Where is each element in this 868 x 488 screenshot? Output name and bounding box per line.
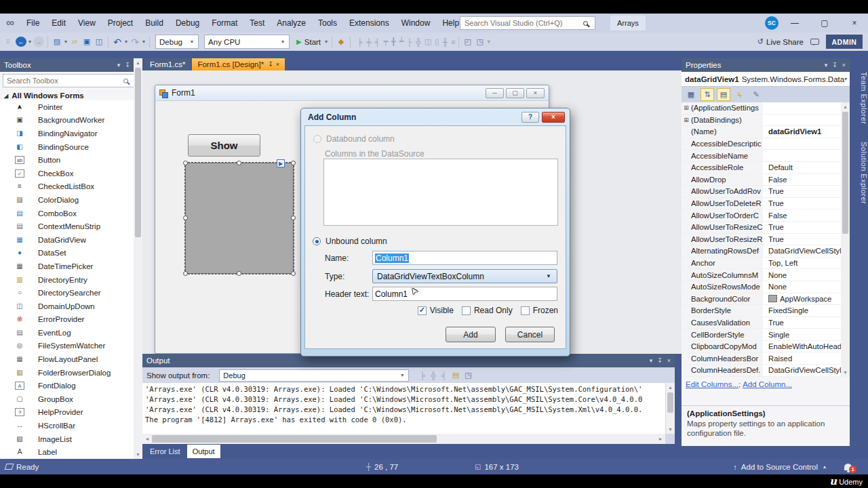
toolbox-options-icon[interactable]: ◳	[475, 35, 486, 49]
menu[interactable]: File	[20, 14, 45, 33]
resize-handle[interactable]	[291, 271, 296, 276]
show-button-control[interactable]: Show	[188, 134, 260, 157]
find-message-icon[interactable]: ╞	[420, 371, 425, 380]
property-row[interactable]: AccessibleName	[682, 150, 850, 162]
align-tool-icon[interactable]: ╬	[416, 38, 421, 46]
align-tool-icon[interactable]: ◫	[425, 37, 431, 46]
property-row[interactable]: CausesValidation True	[682, 317, 850, 329]
property-row[interactable]: AllowDrop False	[682, 174, 850, 186]
toolbox-item-FileSystemWatcher[interactable]: ◎ FileSystemWatcher	[0, 340, 142, 353]
property-value[interactable]: None	[763, 283, 850, 291]
name-field[interactable]: Column1	[372, 251, 557, 265]
toolbox-item-EventLog[interactable]: ▤ EventLog	[0, 326, 142, 340]
navigate-forward-icon[interactable]: →	[33, 37, 44, 47]
datagridview-control[interactable]: ▶	[185, 163, 294, 274]
property-row[interactable]: AutoSizeColumnsM None	[682, 269, 850, 281]
tab-close-icon[interactable]: ×	[276, 61, 279, 68]
property-row[interactable]: AlternatingRowsDef DataGridViewCellStyle	[682, 245, 850, 258]
property-row[interactable]: ColumnHeadersDef. DataGridViewCellStyle	[682, 365, 850, 377]
output-source-dropdown[interactable]: Debug ▾	[219, 369, 409, 382]
property-row[interactable]: BorderStyle FixedSingle	[682, 305, 850, 317]
properties-tool-icon[interactable]: ϟ	[733, 88, 747, 101]
toolbox-item-ErrorProvider[interactable]: ⊗ ErrorProvider	[0, 313, 142, 327]
property-row[interactable]: (ApplicationSettings	[682, 102, 850, 115]
menu[interactable]: Format	[205, 14, 243, 33]
output-horizontal-scrollbar[interactable]: ◄ ►	[142, 434, 665, 444]
scroll-thumb[interactable]	[842, 112, 848, 234]
align-tool-icon[interactable]: ╪	[366, 38, 372, 46]
resize-handle[interactable]	[237, 161, 241, 165]
side-tab-TeamExplorer[interactable]: Team Explorer	[850, 68, 868, 128]
property-value[interactable]: Single	[763, 331, 850, 339]
toolbar-overflow-icon[interactable]: ▿	[488, 39, 490, 45]
previous-message-icon[interactable]: ╬	[431, 371, 436, 380]
toolbox-scrollbar[interactable]: ▲ ▼	[134, 58, 142, 459]
output-menu-icon[interactable]: ▾	[650, 357, 653, 364]
menu[interactable]: Edit	[45, 14, 72, 33]
option-checkbox-ReadOnly[interactable]: Read Only	[462, 306, 513, 315]
window-close-button[interactable]: ×	[841, 14, 868, 33]
property-row[interactable]: AccessibleRole Default	[682, 162, 850, 174]
toolbox-search-input[interactable]	[3, 77, 123, 85]
toolbox-item-FolderBrowserDialog[interactable]: ▧ FolderBrowserDialog	[0, 366, 142, 380]
property-value[interactable]: False	[763, 176, 850, 184]
feedback-icon[interactable]	[810, 39, 819, 45]
next-message-icon[interactable]: ╡	[441, 371, 447, 380]
property-value[interactable]: Default	[763, 163, 850, 171]
scroll-down-icon[interactable]: ▼	[134, 450, 142, 459]
type-dropdown[interactable]: DataGridViewTextBoxColumn ▼	[372, 269, 557, 283]
redo-icon[interactable]: ↷	[130, 35, 140, 49]
property-row[interactable]: AutoSizeRowsMode None	[682, 281, 850, 293]
menu[interactable]: Build	[139, 14, 170, 33]
add-to-source-control-button[interactable]: ↑ Add to Source Control ▴	[733, 459, 827, 474]
menu[interactable]: View	[72, 14, 102, 33]
side-tab-SolutionExplorer[interactable]: Solution Explorer	[850, 138, 868, 208]
clear-all-icon[interactable]: ▤	[452, 371, 459, 380]
output-log[interactable]: 'Arrays.exe' (CLR v4.0.30319: Arrays.exe…	[142, 383, 665, 434]
resize-handle[interactable]	[183, 161, 188, 165]
align-tool-icon[interactable]: ┯	[383, 37, 388, 46]
property-value[interactable]: EnableWithAutoHead	[763, 342, 850, 350]
property-value[interactable]: False	[763, 211, 850, 220]
option-checkbox-Visible[interactable]: Visible	[418, 306, 454, 315]
scroll-down-icon[interactable]: ▼	[666, 425, 675, 434]
toolbox-item-ColorDialog[interactable]: ▨ ColorDialog	[0, 193, 142, 207]
scroll-thumb[interactable]	[135, 68, 141, 237]
scroll-right-icon[interactable]: ►	[656, 436, 665, 441]
resize-handle[interactable]	[183, 216, 188, 220]
window-minimize-button[interactable]: —	[781, 14, 808, 33]
option-checkbox-Frozen[interactable]: Frozen	[521, 306, 558, 315]
align-tool-icon[interactable]: ╋	[391, 37, 396, 46]
properties-pin-icon[interactable]: ↧	[832, 62, 837, 68]
scroll-up-icon[interactable]: ▲	[134, 58, 142, 67]
property-row[interactable]: CellBorderStyle Single	[682, 329, 850, 341]
save-all-icon[interactable]: ◫	[94, 35, 104, 49]
property-value[interactable]: FixedSingle	[763, 306, 850, 314]
smart-tag-icon[interactable]: ▶	[277, 159, 285, 167]
command-link[interactable]: Edit Columns...	[686, 380, 738, 388]
toolbox-item-BindingSource[interactable]: ◧ BindingSource	[0, 140, 142, 154]
panel-tab-Output[interactable]: Output	[187, 445, 220, 458]
solution-configuration-dropdown[interactable]: Debug▾	[155, 35, 199, 49]
property-value[interactable]: dataGridView1	[763, 127, 850, 136]
property-value[interactable]: AppWorkspace	[763, 295, 850, 303]
properties-close-icon[interactable]: ×	[842, 62, 846, 68]
attach-process-icon[interactable]: ◆	[336, 35, 347, 49]
toolbox-item-DirectoryEntry[interactable]: ▥ DirectoryEntry	[0, 273, 142, 287]
object-selector-dropdown[interactable]: dataGridView1 System.Windows.Forms.Data …	[682, 72, 850, 87]
property-value[interactable]: Raised	[763, 354, 850, 363]
window-maximize-button[interactable]: ▢	[811, 14, 838, 33]
properties-menu-icon[interactable]: ▾	[825, 62, 828, 68]
toolbox-item-CheckedListBox[interactable]: ≡ CheckedListBox	[0, 180, 142, 194]
output-close-icon[interactable]: ×	[667, 357, 671, 364]
property-row[interactable]: (Name) dataGridView1	[682, 126, 850, 138]
align-tool-icon[interactable]: ╡	[375, 38, 380, 46]
tab-pin-icon[interactable]: ↧	[268, 61, 273, 68]
undo-icon[interactable]: ↶	[112, 35, 123, 49]
property-row[interactable]: AllowUserToAddRov True	[682, 186, 850, 198]
scroll-down-icon[interactable]: ▼	[841, 368, 850, 377]
unbound-column-radio[interactable]	[313, 237, 321, 245]
toolbox-item-GroupBox[interactable]: ▢ GroupBox	[0, 392, 142, 406]
menu[interactable]: Debug	[170, 14, 205, 33]
databound-column-radio[interactable]	[313, 135, 321, 143]
